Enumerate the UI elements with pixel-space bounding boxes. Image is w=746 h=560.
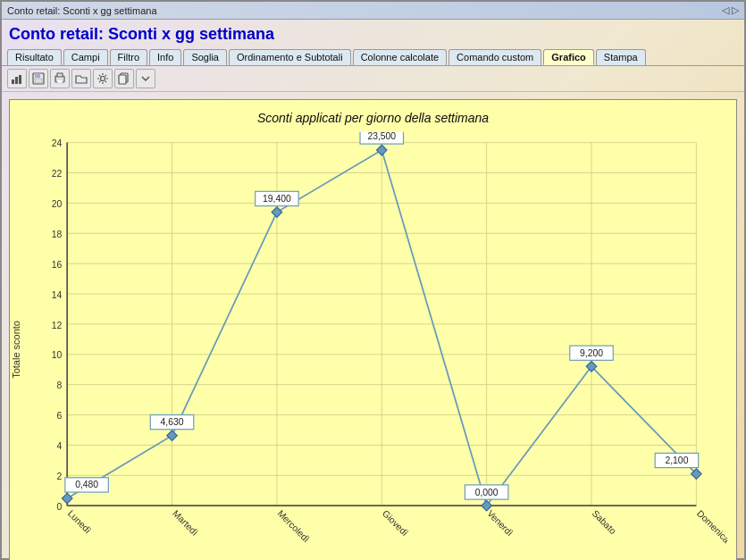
toolbar-copy-btn[interactable]: [114, 69, 134, 88]
toolbar-folder-btn[interactable]: [71, 69, 91, 88]
title-bar: Conto retail: Sconti x gg settimana ◁ ▷: [2, 2, 744, 20]
svg-text:24: 24: [52, 138, 63, 148]
svg-rect-0: [12, 79, 14, 84]
tab-filtro[interactable]: Filtro: [110, 49, 147, 65]
svg-text:14: 14: [52, 290, 63, 300]
svg-text:Lunedì: Lunedì: [66, 508, 93, 535]
chart-area: Sconti applicati per giorno della settim…: [2, 92, 744, 560]
svg-text:0: 0: [57, 502, 63, 512]
svg-text:9,200: 9,200: [580, 348, 603, 358]
svg-text:20: 20: [52, 199, 63, 209]
tab-risultato[interactable]: Risultato: [7, 49, 62, 65]
svg-text:Giovedì: Giovedì: [381, 508, 410, 538]
toolbar-chart-btn[interactable]: [7, 69, 27, 88]
svg-text:2,100: 2,100: [665, 456, 688, 465]
toolbar: [2, 66, 744, 92]
tab-ordinamento-e-subtotali[interactable]: Ordinamento e Subtotali: [229, 49, 351, 65]
svg-text:Mercoledì: Mercoledì: [275, 508, 311, 544]
svg-text:Martedì: Martedì: [171, 508, 200, 538]
svg-text:22: 22: [52, 169, 63, 179]
svg-rect-2: [19, 75, 21, 84]
svg-text:0,480: 0,480: [75, 480, 98, 489]
toolbar-dropdown-btn[interactable]: [136, 69, 155, 88]
svg-text:8: 8: [57, 380, 63, 390]
window-main-title: Conto retail: Sconti x gg settimana: [9, 23, 737, 46]
svg-text:0,000: 0,000: [475, 488, 499, 497]
tab-soglia[interactable]: Soglia: [183, 49, 227, 65]
svg-text:Venerdì: Venerdì: [485, 508, 515, 538]
svg-rect-1: [15, 77, 18, 84]
window-header: Conto retail: Sconti x gg settimana: [2, 20, 744, 47]
svg-text:18: 18: [52, 230, 63, 239]
tab-bar: RisultatoCampiFiltroInfoSogliaOrdinament…: [2, 47, 744, 66]
title-bar-text: Conto retail: Sconti x gg settimana: [7, 5, 157, 16]
svg-text:10: 10: [52, 350, 63, 360]
tab-grafico[interactable]: Grafico: [543, 49, 594, 65]
svg-rect-4: [35, 73, 40, 78]
main-window: Conto retail: Sconti x gg settimana ◁ ▷ …: [0, 0, 746, 560]
y-axis-label: Totale sconto: [10, 132, 26, 560]
toolbar-print-btn[interactable]: [50, 69, 70, 88]
svg-text:Sabato: Sabato: [591, 508, 618, 536]
tab-stampa[interactable]: Stampa: [596, 49, 646, 65]
tab-info[interactable]: Info: [149, 49, 181, 65]
svg-text:6: 6: [57, 411, 63, 421]
chart-title: Sconti applicati per giorno della settim…: [10, 100, 736, 132]
tab-colonne-calcolate[interactable]: Colonne calcolate: [353, 49, 447, 65]
svg-rect-7: [57, 73, 63, 77]
title-bar-controls[interactable]: ◁ ▷: [722, 4, 739, 16]
chart-container: Sconti applicati per giorno della settim…: [9, 99, 737, 560]
svg-rect-5: [35, 79, 42, 83]
chart-body: Totale sconto 0246810121416182022240,480…: [10, 132, 736, 560]
svg-text:19,400: 19,400: [263, 194, 291, 204]
svg-rect-8: [57, 79, 63, 83]
svg-text:23,500: 23,500: [367, 132, 396, 141]
svg-text:2: 2: [57, 472, 63, 481]
svg-text:Domenica: Domenica: [695, 508, 727, 545]
svg-point-9: [101, 77, 105, 81]
svg-text:16: 16: [52, 260, 63, 270]
svg-text:12: 12: [52, 321, 63, 330]
svg-text:4,630: 4,630: [161, 417, 184, 427]
toolbar-save-btn[interactable]: [29, 69, 48, 88]
chart-plot: 0246810121416182022240,480Lunedì4,630Mar…: [26, 132, 736, 560]
svg-rect-11: [119, 75, 126, 84]
toolbar-settings-btn[interactable]: [93, 69, 113, 88]
svg-text:4: 4: [57, 441, 63, 451]
tab-comando-custom[interactable]: Comando custom: [448, 49, 541, 65]
tab-campi[interactable]: Campi: [63, 49, 108, 65]
